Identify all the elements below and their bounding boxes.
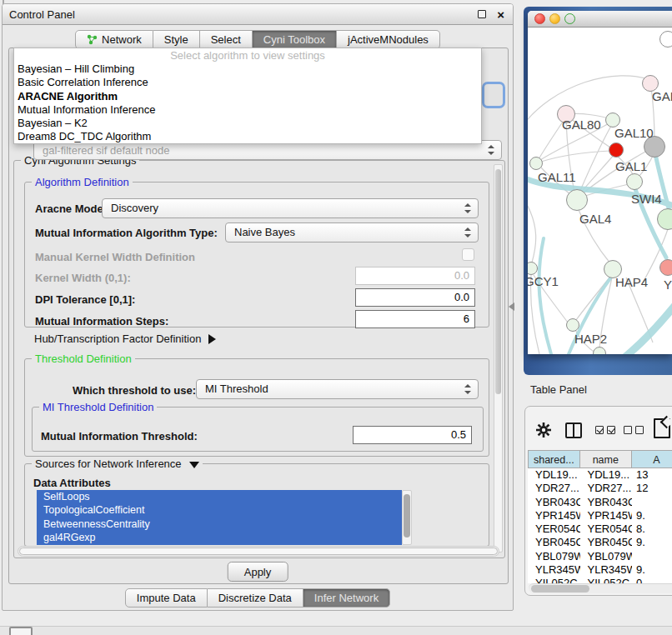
attributes-scrollbar[interactable] bbox=[402, 490, 412, 545]
network-node[interactable] bbox=[659, 31, 672, 48]
table-cell: YIL052C bbox=[580, 577, 633, 583]
manual-kernel-label: Manual Kernel Width Definition bbox=[35, 251, 195, 263]
table-panel-title: Table Panel bbox=[530, 383, 587, 396]
attribute-item[interactable]: BetweennessCentrality bbox=[37, 518, 402, 531]
scrollbar-thumb[interactable] bbox=[19, 548, 498, 555]
aracne-mode-select[interactable]: Discovery bbox=[102, 198, 479, 218]
algorithm-list: Bayesian – Hill ClimbingBasic Correlatio… bbox=[14, 62, 481, 144]
tab-style[interactable]: Style bbox=[153, 30, 200, 49]
network-node-y[interactable] bbox=[659, 259, 672, 276]
close-traffic-light[interactable] bbox=[534, 13, 545, 24]
network-node-swi4[interactable] bbox=[626, 173, 643, 190]
tab-select[interactable]: Select bbox=[200, 30, 253, 49]
expand-right-icon bbox=[208, 334, 216, 344]
table-row[interactable]: YER054CYER054C8. bbox=[528, 522, 672, 536]
network-canvas[interactable]: GALGAL80GAL10GAL1SWI4GAL11GAL4GCY1HAP4YH… bbox=[528, 28, 672, 354]
column-header[interactable]: shared... bbox=[528, 450, 580, 468]
kernel-width-label: Kernel Width (0,1): bbox=[35, 272, 131, 284]
table-row[interactable]: YDR27...YDR27...12 bbox=[528, 482, 672, 495]
network-node[interactable] bbox=[593, 347, 606, 354]
minimize-traffic-light[interactable] bbox=[549, 13, 560, 24]
algorithm-option[interactable]: ARACNE Algorithm bbox=[14, 90, 481, 103]
table-row[interactable]: YPR145WYPR145W9. bbox=[528, 509, 672, 522]
algorithm-option[interactable]: Bayesian – Hill Climbing bbox=[14, 62, 481, 76]
panel-splitter-handle[interactable] bbox=[509, 302, 514, 311]
document-icon[interactable] bbox=[654, 418, 670, 438]
combobox-value: Discovery bbox=[103, 199, 478, 218]
settings-scrollbar[interactable] bbox=[494, 164, 503, 552]
table-cell: YLR345W bbox=[528, 563, 580, 577]
network-node-hap2[interactable] bbox=[566, 318, 579, 332]
table-row[interactable]: YDL19...YDL19...13 bbox=[528, 468, 672, 482]
columns-icon[interactable] bbox=[565, 422, 582, 438]
scrollbar-thumb[interactable] bbox=[404, 494, 410, 538]
tab-network[interactable]: Network bbox=[75, 30, 153, 49]
algorithm-option[interactable]: Bayesian – K2 bbox=[14, 117, 481, 130]
table-cell: YBL079W bbox=[580, 550, 633, 563]
manual-kernel-checkbox[interactable] bbox=[462, 248, 474, 261]
node-label: HAP2 bbox=[574, 332, 607, 346]
combo-arrows-icon bbox=[464, 384, 472, 394]
tab-cyni-toolbox[interactable]: Cyni Toolbox bbox=[253, 30, 337, 49]
minimized-panel-icon[interactable] bbox=[9, 627, 33, 635]
table-hscrollbar[interactable] bbox=[529, 583, 672, 593]
node-label: GCY1 bbox=[528, 274, 559, 288]
column-header[interactable]: A bbox=[632, 450, 672, 468]
algorithm-option[interactable]: Dream8 DC_TDC Algorithm bbox=[14, 130, 481, 143]
table-row[interactable]: YBR045CYBR045C9. bbox=[528, 536, 672, 549]
table-panel: shared...nameA YDL19...YDL19...13YDR27..… bbox=[524, 406, 672, 596]
apply-button[interactable]: Apply bbox=[228, 562, 288, 582]
kernel-width-field[interactable]: 0.0 bbox=[355, 267, 475, 285]
dpi-tolerance-label: DPI Tolerance [0,1]: bbox=[35, 293, 135, 306]
mi-threshold-field[interactable]: 0.5 bbox=[353, 426, 472, 444]
sources-title[interactable]: Sources for Network Inference bbox=[32, 458, 203, 470]
gear-icon[interactable] bbox=[535, 422, 552, 438]
network-node-gal4[interactable] bbox=[566, 189, 588, 211]
tab-discretize-data[interactable]: Discretize Data bbox=[208, 588, 303, 608]
tab-jactivemnodules[interactable]: jActiveMNodules bbox=[337, 30, 440, 49]
hub-definition-expander[interactable]: Hub/Transcription Factor Definition bbox=[34, 332, 216, 345]
attribute-item[interactable]: SelfLoops bbox=[37, 490, 402, 503]
scrollbar-thumb[interactable] bbox=[495, 169, 501, 394]
algorithm-option[interactable]: Mutual Information Inference bbox=[14, 103, 481, 117]
table-row[interactable]: YBR043CYBR043C bbox=[528, 496, 672, 509]
table-cell: 12 bbox=[632, 482, 672, 495]
tab-impute-data[interactable]: Impute Data bbox=[125, 588, 208, 608]
mi-steps-field[interactable]: 6 bbox=[355, 310, 475, 328]
settings-hscrollbar[interactable] bbox=[18, 546, 499, 557]
table-cell: YBR045C bbox=[580, 536, 633, 549]
select-all-checks-icon[interactable] bbox=[595, 426, 615, 434]
node-label: GAL1 bbox=[615, 159, 647, 173]
which-threshold-select[interactable]: MI Threshold bbox=[196, 379, 479, 399]
close-icon[interactable]: × bbox=[497, 4, 504, 25]
attribute-item[interactable]: TopologicalCoefficient bbox=[37, 503, 402, 517]
tab-label: Discretize Data bbox=[218, 589, 292, 607]
zoom-traffic-light[interactable] bbox=[564, 13, 575, 24]
table-row[interactable]: YLR345WYLR345W9. bbox=[528, 563, 672, 577]
data-attributes-list[interactable]: SelfLoopsTopologicalCoefficientBetweenne… bbox=[37, 490, 402, 545]
network-window-titlebar bbox=[528, 11, 672, 28]
column-header[interactable]: name bbox=[580, 450, 632, 468]
bottom-tab-bar: Impute Data Discretize Data Infer Networ… bbox=[3, 588, 513, 608]
algorithm-option[interactable]: Basic Correlation Inference bbox=[14, 76, 481, 89]
table-cell: 0. bbox=[632, 577, 672, 583]
network-node-gal1[interactable] bbox=[609, 142, 624, 158]
combo-arrows-icon bbox=[464, 228, 472, 238]
float-window-icon[interactable] bbox=[478, 10, 486, 18]
table-row[interactable]: YIL052CYIL052C0. bbox=[528, 577, 672, 583]
which-threshold-label: Which threshold to use: bbox=[73, 384, 196, 397]
attribute-item[interactable]: gal4RGexp bbox=[37, 531, 402, 544]
table-cell: YER054C bbox=[580, 522, 633, 536]
clear-all-checks-icon[interactable] bbox=[624, 426, 644, 434]
table-cell: YBL079W bbox=[528, 550, 580, 563]
mi-type-select[interactable]: Naive Bayes bbox=[225, 222, 479, 242]
node-label: GAL11 bbox=[538, 170, 576, 184]
scrollbar-thumb[interactable] bbox=[531, 585, 589, 592]
network-node-gal11[interactable] bbox=[529, 157, 543, 170]
table-cell: 13 bbox=[632, 468, 672, 482]
table-row[interactable]: YBL079WYBL079W bbox=[528, 550, 672, 563]
table-body: YDL19...YDL19...13YDR27...YDR27...12YBR0… bbox=[528, 468, 672, 583]
node-label: GAL10 bbox=[614, 126, 654, 140]
tab-infer-network[interactable]: Infer Network bbox=[303, 588, 390, 608]
dpi-tolerance-field[interactable]: 0.0 bbox=[355, 288, 475, 307]
